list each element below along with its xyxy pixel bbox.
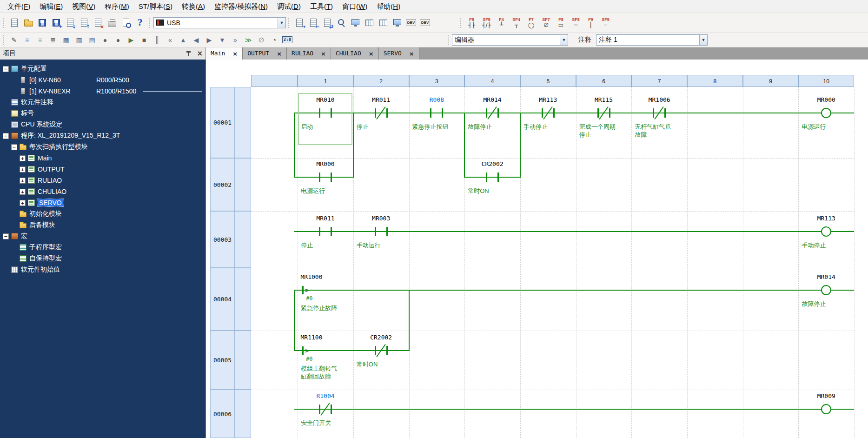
print-button[interactable] bbox=[105, 16, 119, 30]
comment-edit-button[interactable]: ≣ bbox=[46, 34, 60, 46]
tree-item-servo[interactable]: +SERVO bbox=[0, 197, 205, 208]
contact-MR1006[interactable] bbox=[653, 108, 666, 118]
tab-servo[interactable]: SERVO× bbox=[379, 47, 419, 60]
tree-item-backup-module[interactable]: 后备模块 bbox=[0, 219, 205, 231]
menu-item-5[interactable]: 转换(A) bbox=[177, 0, 210, 13]
contact-MR113[interactable] bbox=[542, 108, 555, 118]
contact-MR011[interactable] bbox=[375, 108, 388, 118]
dev-button-button[interactable]: DEV bbox=[404, 16, 418, 30]
window-split-button[interactable]: ▦ bbox=[60, 34, 73, 46]
contact-MR003[interactable] bbox=[375, 227, 388, 236]
coil-MR009[interactable] bbox=[821, 404, 831, 414]
stop-button[interactable]: ■ bbox=[138, 34, 151, 46]
dev2-button-button[interactable]: DEV bbox=[418, 16, 432, 30]
device-monitor-button[interactable] bbox=[390, 16, 404, 30]
pause-button[interactable]: ║ bbox=[151, 34, 164, 46]
ladder-editor[interactable]: 1234567891000001000020000300004000050000… bbox=[206, 60, 868, 438]
menu-item-0[interactable]: 文件(F) bbox=[3, 0, 35, 13]
menu-item-6[interactable]: 监控器/模拟器(N) bbox=[210, 0, 272, 13]
insert-f4-button[interactable]: F4┴ bbox=[494, 15, 509, 31]
coil-MR014[interactable] bbox=[821, 285, 831, 295]
tree-item-main[interactable]: +Main bbox=[0, 153, 205, 164]
menu-item-7[interactable]: 调试(D) bbox=[272, 0, 305, 13]
tab-ruliao[interactable]: RULIAO× bbox=[287, 47, 331, 60]
disable-button[interactable]: ∅ bbox=[255, 34, 268, 46]
tab-chuliao[interactable]: CHULIAO× bbox=[331, 47, 379, 60]
edit-mode-button[interactable]: ✎ bbox=[7, 34, 20, 46]
delete-button[interactable]: × bbox=[91, 16, 105, 30]
step-forward-button[interactable]: ▶ bbox=[203, 34, 216, 46]
tree-item-macro[interactable]: −宏 bbox=[0, 231, 205, 242]
insert-f9-button[interactable]: F9│ bbox=[583, 15, 598, 31]
connection-select[interactable]: USB ▼ bbox=[153, 17, 286, 28]
tree-item-device-init[interactable]: 软元件初始值 bbox=[0, 264, 205, 275]
step-down-button[interactable]: ▼ bbox=[216, 34, 229, 46]
contact-MR014[interactable] bbox=[486, 108, 499, 118]
insert-f7-button[interactable]: F7◯ bbox=[524, 15, 538, 31]
transfer-to-plc-button[interactable]: → bbox=[292, 16, 306, 30]
time-chart-button[interactable]: 2:0 bbox=[281, 34, 294, 46]
expand-icon[interactable]: + bbox=[20, 189, 26, 195]
insert-sf9-button[interactable]: SF9┈ bbox=[598, 15, 613, 31]
contact-MR011[interactable] bbox=[319, 227, 332, 236]
import-button[interactable]: ↓ bbox=[63, 16, 77, 30]
contact-CR2002[interactable] bbox=[375, 346, 388, 355]
insert-sf8-button[interactable]: SF8─ bbox=[569, 15, 583, 31]
menu-item-8[interactable]: 工具(T) bbox=[305, 0, 338, 13]
verify-button[interactable]: ⇄ bbox=[320, 16, 334, 30]
jump-end-button[interactable]: » bbox=[229, 34, 242, 46]
chevron-down-icon[interactable]: ▼ bbox=[560, 35, 568, 45]
help-button[interactable]: ? bbox=[133, 16, 147, 30]
export-button[interactable]: ↑ bbox=[77, 16, 91, 30]
screen-button[interactable]: ▤ bbox=[86, 34, 99, 46]
run-to-button[interactable]: ≫ bbox=[242, 34, 255, 46]
tab-close-icon[interactable]: × bbox=[232, 51, 238, 57]
menu-item-3[interactable]: 程序(M) bbox=[100, 0, 134, 13]
tree-item-output[interactable]: +OUTPUT bbox=[0, 164, 205, 175]
batch-monitor-button[interactable] bbox=[376, 16, 390, 30]
tab-close-icon[interactable]: × bbox=[277, 51, 282, 57]
tree-item-scan-module[interactable]: −每次扫描执行型模块 bbox=[0, 141, 205, 153]
tab-output[interactable]: OUTPUT× bbox=[243, 47, 287, 60]
monitor-record2-button[interactable]: ● bbox=[112, 34, 125, 46]
jump-start-button[interactable]: « bbox=[164, 34, 177, 46]
tree-item-unit-config[interactable]: −单元配置 bbox=[0, 63, 205, 74]
tree-item-ruliao[interactable]: +RULIAO bbox=[0, 175, 205, 186]
registration-monitor-button[interactable] bbox=[362, 16, 376, 30]
simulator-button[interactable] bbox=[348, 16, 362, 30]
step-up-button[interactable]: ▲ bbox=[177, 34, 190, 46]
tree-item-device-comment[interactable]: 软元件注释 bbox=[0, 97, 205, 108]
contact-CR2002[interactable] bbox=[486, 173, 499, 182]
new-file-button[interactable] bbox=[7, 16, 21, 30]
tree-item-macro-hold[interactable]: 自保持型宏 bbox=[0, 253, 205, 264]
tree-item-program[interactable]: −程序: XL_20191209_V15_R12_3T bbox=[0, 130, 205, 141]
expand-icon[interactable]: + bbox=[20, 155, 26, 161]
menu-item-10[interactable]: 帮助(H) bbox=[372, 0, 405, 13]
tree-item-label[interactable]: 标号 bbox=[0, 108, 205, 119]
tree-item-init-module[interactable]: 初始化模块 bbox=[0, 208, 205, 219]
monitor-record-button[interactable]: ● bbox=[99, 34, 112, 46]
contact-MR115[interactable] bbox=[597, 108, 610, 118]
contact-MR000[interactable] bbox=[319, 173, 332, 182]
print-preview-button[interactable] bbox=[119, 16, 133, 30]
expand-icon[interactable]: + bbox=[20, 166, 26, 173]
coil-MR113[interactable] bbox=[821, 226, 831, 237]
comment-list2-button[interactable]: ≡ bbox=[33, 34, 46, 46]
play-button[interactable]: ▶ bbox=[125, 34, 138, 46]
view-mode-select[interactable]: 编辑器 ▼ bbox=[452, 34, 568, 46]
expand-icon[interactable]: + bbox=[20, 200, 26, 206]
insert-f5-button[interactable]: F5┤├ bbox=[464, 15, 479, 31]
comment-set-select[interactable]: 注释 1 ▼ bbox=[596, 34, 708, 46]
tree-item-chuliao[interactable]: +CHULIAO bbox=[0, 186, 205, 197]
coil-MR000[interactable] bbox=[821, 108, 831, 118]
tab-close-icon[interactable]: × bbox=[321, 51, 326, 57]
save-project-button[interactable] bbox=[35, 16, 49, 30]
clock-button[interactable]: ◔ bbox=[268, 34, 281, 46]
contact-R008[interactable] bbox=[430, 108, 443, 118]
insert-f8-button[interactable]: F8▭ bbox=[554, 15, 568, 31]
tree-item-unit-0[interactable]: [0] KV-N60R000/R500 bbox=[0, 74, 205, 86]
insert-sf4-button[interactable]: SF4┬ bbox=[509, 15, 523, 31]
tree-item-cpu-settings[interactable]: CPU 系统设定 bbox=[0, 119, 205, 130]
close-panel-icon[interactable]: × bbox=[197, 50, 203, 57]
insert-sf7-button[interactable]: SF7∅ bbox=[539, 15, 553, 31]
